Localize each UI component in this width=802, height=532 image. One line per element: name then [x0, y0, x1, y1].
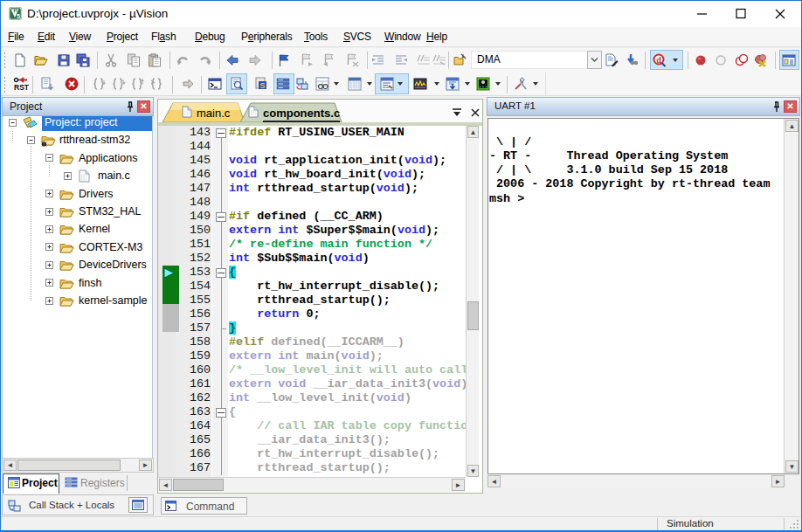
svg-text:RST: RST: [14, 83, 29, 91]
svg-text:d: d: [656, 55, 661, 65]
svg-text:5: 5: [17, 13, 20, 19]
svg-text:S: S: [259, 81, 265, 90]
